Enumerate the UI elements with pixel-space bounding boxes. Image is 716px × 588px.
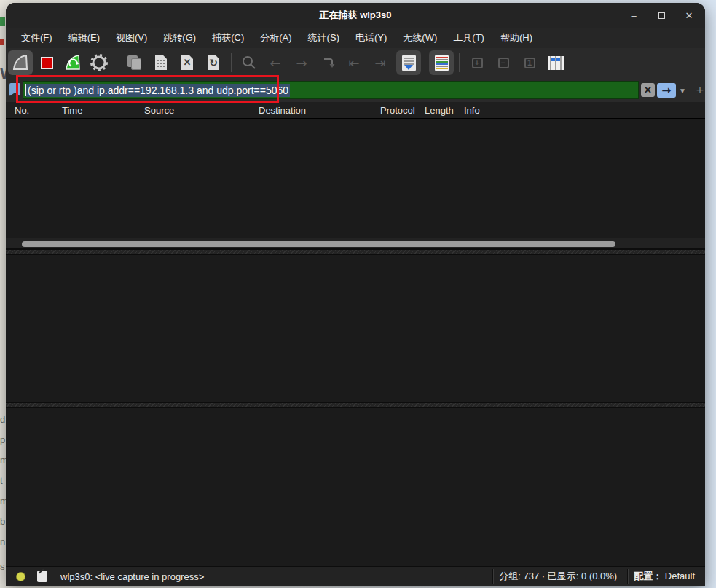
go-forward-button[interactable]: → (289, 50, 314, 75)
column-header-info[interactable]: Info (464, 105, 480, 116)
profile-value: Default (665, 571, 695, 581)
capture-options-button[interactable] (87, 50, 111, 75)
statusbar: wlp3s0: <live capture in progress> 分组: 7… (6, 566, 705, 586)
reload-file-icon: ↻ (208, 55, 219, 70)
menu-analyze[interactable]: 分析(A) (253, 29, 298, 47)
zoom-out-button[interactable]: − (491, 50, 516, 75)
filter-clear-button[interactable]: ✕ (641, 83, 655, 97)
maximize-button[interactable] (653, 7, 670, 24)
save-file-icon (155, 55, 167, 70)
column-header-protocol[interactable]: Protocol (380, 105, 415, 116)
capture-comment-icon[interactable] (37, 571, 47, 582)
go-to-packet-icon (320, 55, 336, 71)
desktop-fragment-red (0, 39, 4, 45)
restart-capture-icon (63, 53, 82, 72)
resize-columns-button[interactable] (543, 50, 568, 75)
close-button[interactable]: ✕ (680, 7, 698, 24)
stop-capture-icon (41, 57, 53, 69)
statusbar-separator (627, 569, 628, 584)
pane-splitter[interactable] (6, 249, 705, 255)
wireshark-window: 正在捕获 wlp3s0 – ✕ 文件(F) 编辑(E) 视图(V) 跳转(G) … (6, 3, 705, 586)
packet-counts-text: 分组: 737 · 已显示: 0 (0.0%) (499, 570, 617, 583)
close-file-icon: ✕ (181, 55, 193, 70)
filter-add-button[interactable]: + (693, 83, 705, 98)
filter-expression-text: (sip or rtp )and ip.addr==192.168.1.3 an… (26, 84, 290, 97)
menu-capture[interactable]: 捕获(C) (205, 29, 251, 47)
packet-bytes-pane[interactable] (6, 408, 705, 566)
save-file-button[interactable] (149, 50, 173, 75)
colorize-button[interactable] (429, 50, 454, 75)
first-packet-icon: ⇤ (348, 55, 359, 71)
column-header-length[interactable]: Length (425, 105, 454, 116)
menu-telephony[interactable]: 电话(Y) (349, 29, 393, 47)
zoom-out-icon: − (498, 58, 509, 68)
main-toolbar: ✕ ↻ ← → ⇤ (6, 48, 705, 77)
zoom-reset-icon: 1 (524, 58, 535, 68)
profile-selector[interactable]: 配置： Default (634, 570, 695, 583)
titlebar[interactable]: 正在捕获 wlp3s0 – ✕ (6, 3, 705, 28)
capture-options-gear-icon (90, 53, 109, 72)
last-packet-icon: ⇥ (374, 55, 385, 71)
column-header-time[interactable]: Time (62, 105, 82, 116)
toolbar-separator (459, 53, 460, 72)
packet-list-pane[interactable] (6, 119, 705, 238)
packet-details-pane[interactable] (6, 255, 705, 402)
toolbar-separator (231, 53, 232, 72)
find-packet-icon (241, 55, 257, 71)
profile-label: 配置： (634, 571, 662, 581)
filter-separator (691, 79, 691, 102)
restart-capture-button[interactable] (60, 50, 85, 75)
menubar: 文件(F) 编辑(E) 视图(V) 跳转(G) 捕获(C) 分析(A) 统计(S… (6, 28, 705, 48)
column-header-no[interactable]: No. (15, 105, 29, 116)
display-filter-input[interactable]: (sip or rtp )and ip.addr==192.168.1.3 an… (23, 81, 639, 99)
expert-info-icon[interactable] (16, 572, 25, 581)
start-capture-button[interactable] (8, 50, 33, 75)
open-file-icon (127, 55, 142, 70)
column-header-source[interactable]: Source (144, 105, 174, 116)
desktop-fragment-green (0, 17, 5, 26)
find-packet-button[interactable] (237, 50, 261, 75)
menu-wireless[interactable]: 无线(W) (396, 29, 444, 47)
toolbar-separator (117, 53, 117, 72)
menu-edit[interactable]: 编辑(E) (62, 29, 106, 47)
horizontal-scrollbar[interactable] (6, 238, 705, 249)
auto-scroll-icon (402, 55, 416, 71)
sharkfin-start-capture-icon (11, 53, 30, 72)
close-file-button[interactable]: ✕ (175, 50, 200, 75)
zoom-reset-button[interactable]: 1 (517, 50, 542, 75)
column-header-destination[interactable]: Destination (259, 105, 306, 116)
menu-help[interactable]: 帮助(H) (494, 29, 539, 47)
filter-toolbar: (sip or rtp )and ip.addr==192.168.1.3 an… (6, 77, 705, 103)
reload-file-button[interactable]: ↻ (201, 50, 226, 75)
maximize-icon (658, 12, 665, 19)
filter-dropdown-button[interactable]: ▼ (677, 83, 688, 98)
statusbar-separator (492, 569, 493, 584)
go-forward-icon: → (296, 55, 307, 71)
menu-statistics[interactable]: 统计(S) (302, 29, 346, 47)
scrollbar-thumb[interactable] (22, 241, 615, 247)
filter-apply-button[interactable]: ➞ (657, 83, 676, 98)
window-title: 正在捕获 wlp3s0 (320, 9, 392, 22)
go-back-icon: ← (270, 55, 280, 71)
stop-capture-button[interactable] (34, 50, 59, 75)
menu-file[interactable]: 文件(F) (15, 29, 59, 47)
menu-go[interactable]: 跳转(G) (157, 29, 202, 47)
go-back-button[interactable]: ← (263, 50, 288, 75)
filter-bookmark-icon[interactable] (9, 83, 20, 96)
last-packet-button[interactable]: ⇥ (368, 50, 393, 75)
colorize-icon (435, 55, 449, 71)
auto-scroll-button[interactable] (396, 50, 421, 75)
zoom-in-icon: + (472, 58, 483, 68)
first-packet-button[interactable]: ⇤ (342, 50, 366, 75)
pane-splitter[interactable] (6, 402, 705, 408)
minimize-button[interactable]: – (625, 7, 642, 24)
menu-tools[interactable]: 工具(T) (446, 29, 491, 47)
open-file-button[interactable] (122, 50, 147, 75)
capture-status-text: wlp3s0: <live capture in progress> (60, 571, 204, 582)
resize-columns-icon (548, 56, 564, 70)
menu-view[interactable]: 视图(V) (109, 29, 154, 47)
packet-list-header: No. Time Source Destination Protocol Len… (6, 102, 705, 119)
zoom-in-button[interactable]: + (465, 50, 489, 75)
go-to-packet-button[interactable] (315, 50, 340, 75)
